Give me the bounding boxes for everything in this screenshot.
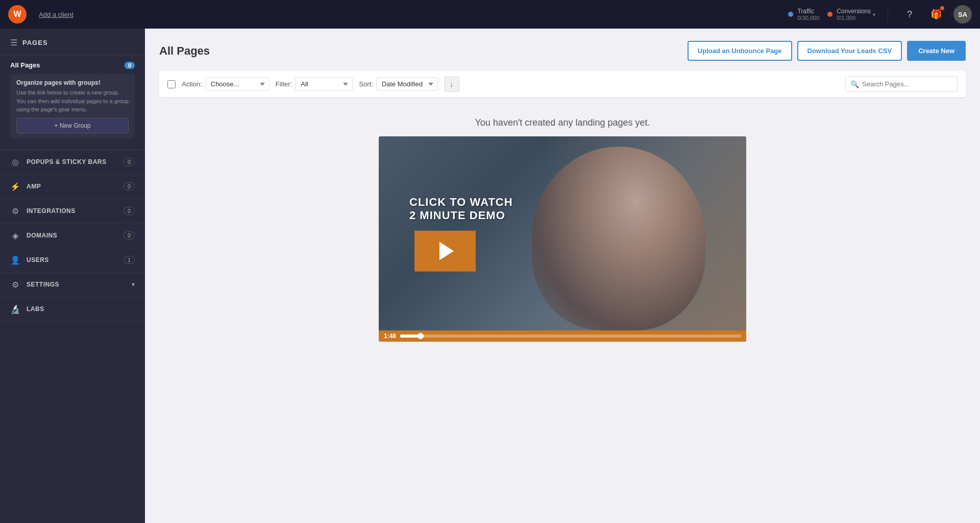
video-person-silhouette [532, 147, 705, 330]
video-progress-track[interactable] [400, 335, 741, 338]
new-group-button[interactable]: + New Group [16, 118, 129, 133]
users-badge: 1 [124, 256, 135, 264]
filter-select[interactable]: All Published Unpublished [295, 77, 353, 91]
sidebar-item-settings[interactable]: ⚙ SETTINGS ▾ [0, 273, 145, 297]
play-triangle-icon [439, 242, 454, 260]
sidebar-item-domains[interactable]: ◈ DOMAINS 0 [0, 224, 145, 248]
create-new-button[interactable]: Create New [907, 41, 966, 61]
amp-label: AMP [27, 183, 41, 190]
select-all-checkbox[interactable] [167, 80, 176, 88]
all-pages-row[interactable]: All Pages 0 [10, 61, 135, 69]
help-button[interactable]: ? [900, 5, 919, 23]
video-footer: 1:48 [379, 330, 746, 342]
video-cta-area: CLICK TO WATCH 2 MINUTE DEMO [409, 196, 513, 272]
sidebar-header: ☰ PAGES [0, 29, 145, 55]
sort-label: Sort: [359, 80, 373, 88]
sidebar-pages-section: All Pages 0 Organize pages with groups! … [0, 55, 145, 150]
sidebar-item-popups[interactable]: ◎ POPUPS & STICKY BARS 0 [0, 150, 145, 175]
traffic-dot [788, 12, 793, 17]
nav-divider [888, 7, 888, 22]
sort-group: Sort: Date Modified Date Created Name [359, 77, 437, 91]
add-client-link[interactable]: Add a client [39, 11, 74, 18]
amp-badge: 0 [124, 182, 135, 191]
domains-label: DOMAINS [27, 232, 57, 239]
top-navigation: W Add a client Traffic 0/30,000 Conversi… [0, 0, 980, 29]
filter-label: Filter: [276, 80, 292, 88]
video-background: CLICK TO WATCH 2 MINUTE DEMO [379, 136, 746, 330]
sidebar-item-amp[interactable]: ⚡ AMP 0 [0, 175, 145, 199]
empty-state-text: You haven't created any landing pages ye… [159, 117, 966, 128]
filter-group: Filter: All Published Unpublished [276, 77, 353, 91]
empty-state: You haven't created any landing pages ye… [159, 107, 966, 136]
video-container[interactable]: CLICK TO WATCH 2 MINUTE DEMO 1:48 [379, 136, 746, 342]
search-icon: 🔍 [850, 80, 859, 88]
conversions-dot [827, 12, 832, 17]
traffic-stat: Traffic 0/30,000 [788, 8, 819, 21]
video-play-button[interactable] [414, 230, 476, 271]
sidebar-item-integrations[interactable]: ⚙ INTEGRATIONS 0 [0, 199, 145, 224]
search-wrap: 🔍 [845, 76, 958, 92]
domains-badge: 0 [124, 231, 135, 240]
traffic-value: 0/30,000 [797, 15, 819, 21]
integrations-icon: ⚙ [10, 206, 20, 216]
video-progress-handle[interactable] [418, 333, 424, 339]
conversions-chevron-icon[interactable]: ▾ [873, 12, 875, 17]
sort-select[interactable]: Date Modified Date Created Name [376, 77, 438, 91]
settings-icon: ⚙ [10, 280, 20, 290]
sidebar-item-users[interactable]: 👤 USERS 1 [0, 248, 145, 273]
users-icon: 👤 [10, 255, 20, 265]
gift-icon-wrap[interactable]: 🎁 [927, 5, 945, 23]
all-pages-label: All Pages [10, 61, 40, 69]
organize-desc: Use the link below to create a new group… [16, 88, 129, 114]
logo-icon[interactable]: W [8, 5, 27, 23]
popups-label: POPUPS & STICKY BARS [27, 158, 106, 165]
organize-box: Organize pages with groups! Use the link… [10, 74, 135, 138]
traffic-label: Traffic [797, 8, 814, 15]
settings-label: SETTINGS [27, 281, 59, 288]
settings-chevron-icon: ▾ [132, 281, 135, 288]
page-title: All Pages [159, 44, 210, 58]
integrations-badge: 0 [124, 207, 135, 215]
all-pages-badge: 0 [125, 62, 135, 69]
labs-label: LABS [27, 305, 44, 313]
sidebar: ☰ PAGES All Pages 0 Organize pages with … [0, 29, 145, 523]
popups-icon: ◎ [10, 157, 20, 167]
search-input[interactable] [845, 76, 958, 92]
organize-title: Organize pages with groups! [16, 79, 129, 86]
action-group: Action: Choose... Delete Move to Group D… [182, 77, 270, 91]
conversions-stat: Conversions 0/1,000 ▾ [827, 8, 875, 21]
action-select[interactable]: Choose... Delete Move to Group Duplicate [205, 77, 270, 91]
amp-icon: ⚡ [10, 182, 20, 192]
users-label: USERS [27, 256, 49, 264]
download-leads-button[interactable]: Download Your Leads CSV [797, 41, 902, 61]
gift-badge [940, 6, 944, 10]
main-layout: ☰ PAGES All Pages 0 Organize pages with … [0, 29, 980, 523]
sidebar-item-labs[interactable]: 🔬 LABS [0, 297, 145, 322]
domains-icon: ◈ [10, 231, 20, 241]
video-time: 1:48 [384, 332, 396, 340]
page-header: All Pages Upload an Unbounce Page Downlo… [159, 41, 966, 61]
popups-badge: 0 [124, 158, 135, 166]
conversions-label: Conversions [837, 8, 871, 15]
pages-icon: ☰ [10, 38, 17, 47]
content-area: All Pages Upload an Unbounce Page Downlo… [145, 29, 980, 523]
video-cta-text: CLICK TO WATCH 2 MINUTE DEMO [409, 196, 513, 223]
sidebar-section-title: PAGES [22, 39, 48, 46]
conversions-value: 0/1,000 [837, 15, 855, 21]
user-avatar[interactable]: SA [953, 5, 972, 23]
action-label: Action: [182, 80, 202, 88]
sort-direction-button[interactable]: ↓ [444, 77, 459, 92]
upload-page-button[interactable]: Upload an Unbounce Page [688, 41, 792, 61]
filter-bar: Action: Choose... Delete Move to Group D… [159, 71, 966, 97]
header-actions: Upload an Unbounce Page Download Your Le… [688, 41, 966, 61]
integrations-label: INTEGRATIONS [27, 207, 76, 215]
labs-icon: 🔬 [10, 304, 20, 314]
gift-icon: 🎁 [930, 9, 942, 20]
